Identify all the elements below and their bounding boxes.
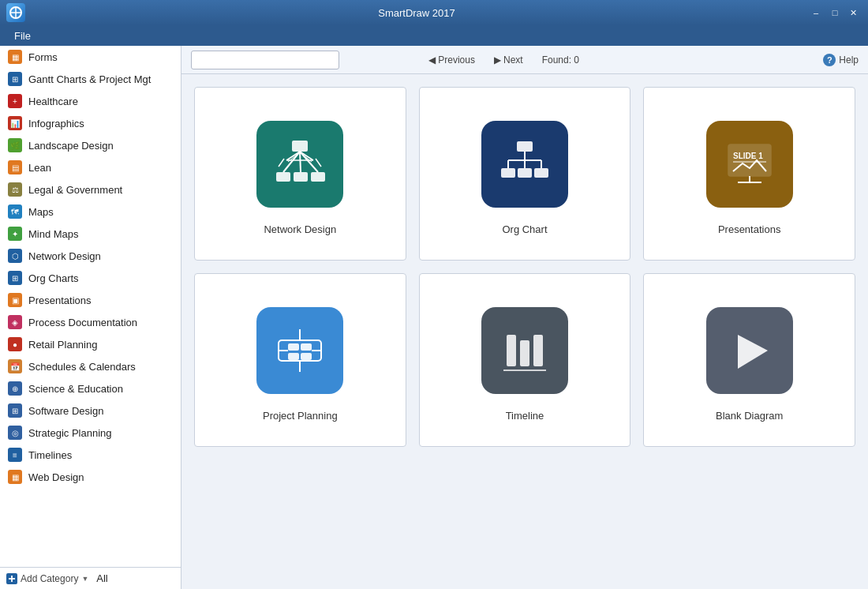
- card-project-planning[interactable]: Project Planning: [194, 273, 406, 447]
- svg-rect-7: [276, 172, 290, 182]
- card-presentations[interactable]: SLIDE 1 Presentations: [643, 87, 855, 261]
- sidebar-item-schedules[interactable]: 📅 Schedules & Calendars: [0, 355, 181, 377]
- add-category-button[interactable]: Add Category ▼: [6, 573, 88, 584]
- sidebar-item-network[interactable]: ⬡ Network Design: [0, 245, 181, 267]
- svg-rect-19: [501, 168, 515, 178]
- svg-rect-37: [520, 340, 529, 366]
- add-category-label: Add Category: [21, 573, 78, 584]
- processdoc-icon: ◈: [8, 315, 22, 329]
- card-blank-diagram[interactable]: Blank Diagram: [643, 273, 855, 447]
- sidebar-item-forms[interactable]: ▦ Forms: [0, 46, 181, 68]
- sidebar-label-webdesign: Web Design: [28, 471, 84, 483]
- sidebar-item-timelines[interactable]: ≡ Timelines: [0, 444, 181, 466]
- sidebar-item-healthcare[interactable]: + Healthcare: [0, 90, 181, 112]
- software-icon: ⊞: [8, 403, 22, 418]
- title-bar: SmartDraw 2017 – □ ✕: [0, 0, 868, 25]
- maps-icon: 🗺: [8, 204, 22, 219]
- svg-rect-33: [301, 343, 312, 351]
- close-button[interactable]: ✕: [846, 5, 862, 21]
- landscape-icon: 🌿: [8, 138, 22, 152]
- sidebar-label-schedules: Schedules & Calendars: [28, 361, 136, 373]
- sidebar-label-forms: Forms: [28, 51, 58, 63]
- sidebar-list: ▦ Forms ⊞ Gantt Charts & Project Mgt + H…: [0, 46, 181, 567]
- infographics-icon: 📊: [8, 116, 22, 130]
- sidebar-item-orgcharts[interactable]: ⊞ Org Charts: [0, 267, 181, 289]
- help-button[interactable]: ? Help: [823, 54, 859, 66]
- card-network-design[interactable]: Network Design: [194, 87, 406, 261]
- file-menu[interactable]: File: [6, 27, 39, 45]
- sidebar-item-infographics[interactable]: 📊 Infographics: [0, 112, 181, 134]
- sidebar-item-webdesign[interactable]: ▦ Web Design: [0, 466, 181, 488]
- blank-diagram-label: Blank Diagram: [716, 410, 783, 422]
- sidebar-label-lean: Lean: [28, 162, 51, 174]
- sidebar-label-science: Science & Education: [28, 383, 123, 395]
- main-container: ▦ Forms ⊞ Gantt Charts & Project Mgt + H…: [0, 46, 868, 589]
- app-title: SmartDraw 2017: [378, 7, 455, 19]
- svg-rect-20: [518, 168, 532, 178]
- sidebar-label-processdoc: Process Documentation: [28, 317, 137, 328]
- sidebar-label-timelines: Timelines: [28, 449, 72, 461]
- sidebar-item-retail[interactable]: ● Retail Planning: [0, 333, 181, 355]
- sidebar-footer: Add Category ▼ All: [0, 567, 181, 589]
- project-planning-label: Project Planning: [263, 410, 338, 422]
- sidebar-label-strategic: Strategic Planning: [28, 427, 112, 439]
- sidebar-item-landscape[interactable]: 🌿 Landscape Design: [0, 134, 181, 156]
- lean-icon: ▤: [8, 160, 22, 174]
- network-design-icon: [256, 121, 343, 208]
- healthcare-icon: +: [8, 94, 22, 108]
- sidebar-label-gantt: Gantt Charts & Project Mgt: [28, 73, 151, 85]
- network-design-label: Network Design: [264, 223, 336, 235]
- presentations-icon: ▣: [8, 293, 22, 307]
- maximize-button[interactable]: □: [827, 5, 843, 21]
- card-timeline[interactable]: Timeline: [419, 273, 631, 447]
- card-grid: Network Design Org Chart SLIDE 1 Present…: [194, 87, 855, 447]
- sidebar-item-software[interactable]: ⊞ Software Design: [0, 400, 181, 422]
- sidebar-item-lean[interactable]: ▤ Lean: [0, 156, 181, 178]
- blank-diagram-icon: [706, 307, 793, 394]
- minimize-button[interactable]: –: [808, 5, 824, 21]
- right-content: 🔍 ◀ Previous ▶ Next Found: 0 ? Help: [181, 46, 868, 589]
- svg-marker-40: [738, 335, 768, 369]
- timeline-icon: [481, 307, 568, 394]
- sidebar-label-legal: Legal & Government: [28, 184, 122, 196]
- sidebar-item-strategic[interactable]: ◎ Strategic Planning: [0, 422, 181, 444]
- sidebar-item-presentations[interactable]: ▣ Presentations: [0, 289, 181, 311]
- sidebar-item-science[interactable]: ⊕ Science & Education: [0, 377, 181, 400]
- title-bar-left: [6, 3, 25, 22]
- svg-rect-13: [517, 141, 533, 152]
- add-icon: [6, 573, 17, 584]
- dropdown-arrow: ▼: [81, 575, 88, 583]
- sidebar-label-retail: Retail Planning: [28, 339, 97, 351]
- sidebar-item-maps[interactable]: 🗺 Maps: [0, 201, 181, 223]
- svg-text:SLIDE 1: SLIDE 1: [733, 152, 763, 160]
- presentations-icon: SLIDE 1: [706, 121, 793, 208]
- svg-rect-38: [533, 335, 543, 366]
- sidebar-item-mindmaps[interactable]: ✦ Mind Maps: [0, 223, 181, 245]
- timeline-label: Timeline: [506, 410, 544, 422]
- presentations-label: Presentations: [718, 223, 781, 235]
- legal-icon: ⚖: [8, 182, 22, 197]
- svg-rect-6: [292, 141, 308, 152]
- strategic-icon: ◎: [8, 426, 22, 440]
- card-org-chart[interactable]: Org Chart: [419, 87, 631, 261]
- svg-rect-34: [288, 353, 299, 360]
- forms-icon: ▦: [8, 50, 22, 64]
- all-label: All: [93, 572, 107, 584]
- previous-button[interactable]: ◀ Previous: [422, 53, 481, 67]
- sidebar-item-legal[interactable]: ⚖ Legal & Government: [0, 178, 181, 201]
- svg-rect-21: [534, 168, 548, 178]
- sidebar-label-network: Network Design: [28, 250, 101, 262]
- sidebar-item-gantt[interactable]: ⊞ Gantt Charts & Project Mgt: [0, 68, 181, 90]
- svg-rect-22: [728, 144, 771, 176]
- next-button[interactable]: ▶ Next: [488, 53, 529, 67]
- grid-area: Network Design Org Chart SLIDE 1 Present…: [181, 74, 868, 589]
- svg-rect-9: [311, 172, 325, 182]
- svg-rect-36: [507, 335, 516, 366]
- gantt-icon: ⊞: [8, 72, 22, 86]
- sidebar-label-infographics: Infographics: [28, 118, 84, 129]
- search-input[interactable]: [191, 51, 339, 69]
- sidebar-label-software: Software Design: [28, 405, 103, 417]
- sidebar-item-processdoc[interactable]: ◈ Process Documentation: [0, 311, 181, 333]
- timelines-icon: ≡: [8, 448, 22, 462]
- prev-arrow-icon: ◀: [428, 54, 436, 66]
